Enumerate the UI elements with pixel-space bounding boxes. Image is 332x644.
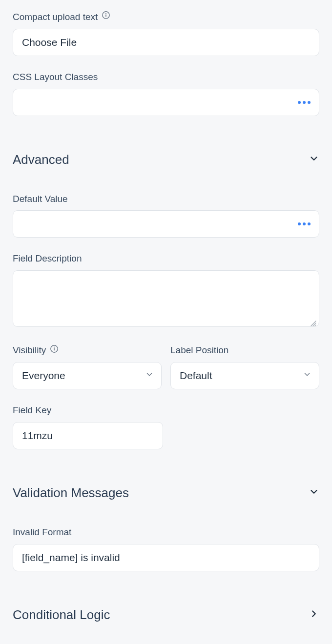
svg-point-1 (105, 13, 106, 14)
css-layout-input-wrap (13, 89, 319, 116)
default-value-input-wrap (13, 210, 319, 238)
compact-upload-label: Compact upload text (13, 12, 98, 23)
validation-messages-section-header[interactable]: Validation Messages (13, 481, 319, 505)
dot-icon (308, 222, 311, 225)
visibility-field: Visibility Everyone (13, 345, 162, 389)
visibility-labelpos-row: Visibility Everyone (13, 345, 319, 389)
css-layout-input[interactable] (13, 89, 319, 116)
invalid-format-input[interactable] (13, 544, 319, 571)
field-key-label-row: Field Key (13, 405, 319, 416)
dot-icon (303, 222, 306, 225)
compact-upload-input[interactable] (13, 29, 319, 56)
label-position-label: Label Position (170, 345, 228, 356)
dot-icon (303, 101, 306, 104)
visibility-label: Visibility (13, 345, 46, 356)
dot-icon (298, 101, 301, 104)
more-options-button[interactable] (296, 210, 312, 238)
dot-icon (298, 222, 301, 225)
advanced-section-header[interactable]: Advanced (13, 147, 319, 172)
field-description-field: Field Description (13, 253, 319, 329)
default-value-field: Default Value (13, 194, 319, 238)
dot-icon (308, 101, 311, 104)
default-value-input[interactable] (13, 210, 319, 238)
invalid-format-label: Invalid Format (13, 527, 71, 538)
label-position-field: Label Position Default (170, 345, 319, 389)
default-value-label: Default Value (13, 194, 68, 205)
chevron-right-icon (309, 608, 319, 622)
default-value-label-row: Default Value (13, 194, 319, 205)
visibility-select[interactable]: Everyone (13, 362, 162, 389)
field-description-label: Field Description (13, 253, 82, 264)
field-key-input[interactable] (13, 422, 163, 449)
info-icon[interactable] (102, 11, 110, 20)
compact-upload-label-row: Compact upload text (13, 12, 319, 23)
label-position-select[interactable]: Default (170, 362, 319, 389)
conditional-logic-section-title: Conditional Logic (13, 607, 110, 623)
css-layout-label-row: CSS Layout Classes (13, 72, 319, 83)
field-description-label-row: Field Description (13, 253, 319, 264)
chevron-down-icon (309, 153, 319, 166)
visibility-label-row: Visibility (13, 345, 162, 356)
advanced-section-title: Advanced (13, 152, 69, 167)
more-options-button[interactable] (296, 89, 312, 116)
css-layout-field: CSS Layout Classes (13, 72, 319, 116)
field-key-field: Field Key (13, 405, 319, 449)
svg-point-4 (54, 346, 55, 347)
compact-upload-field: Compact upload text (13, 12, 319, 56)
field-key-label: Field Key (13, 405, 51, 416)
svg-rect-2 (105, 15, 106, 17)
svg-rect-5 (54, 348, 55, 350)
field-description-textarea[interactable] (13, 270, 319, 327)
invalid-format-label-row: Invalid Format (13, 527, 319, 538)
label-position-label-row: Label Position (170, 345, 319, 356)
conditional-logic-section-header[interactable]: Conditional Logic (13, 603, 319, 627)
invalid-format-field: Invalid Format (13, 527, 319, 571)
css-layout-label: CSS Layout Classes (13, 72, 98, 83)
info-icon[interactable] (50, 344, 59, 353)
settings-panel: Compact upload text CSS Layout Classes (0, 0, 332, 627)
validation-messages-section-title: Validation Messages (13, 485, 129, 501)
chevron-down-icon (309, 486, 319, 500)
